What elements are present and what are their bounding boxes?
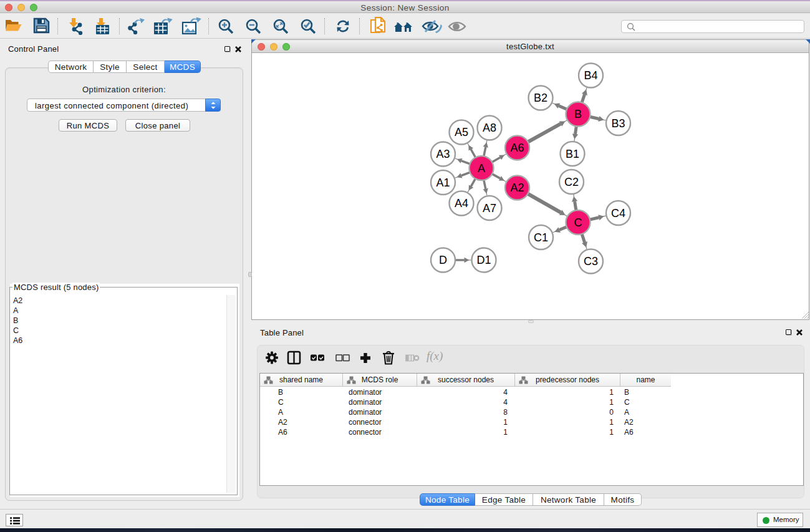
svg-text:A1: A1 — [436, 177, 450, 189]
svg-text:B3: B3 — [611, 117, 625, 130]
svg-text:C4: C4 — [611, 207, 625, 220]
svg-text:C: C — [574, 216, 582, 229]
svg-text:C3: C3 — [584, 255, 598, 268]
svg-text:C1: C1 — [534, 231, 548, 244]
svg-text:B: B — [574, 108, 582, 120]
svg-text:A3: A3 — [436, 148, 450, 160]
svg-text:B1: B1 — [566, 148, 579, 160]
svg-text:A4: A4 — [455, 197, 468, 210]
svg-text:B2: B2 — [534, 92, 547, 104]
svg-text:D1: D1 — [476, 254, 491, 266]
svg-text:A8: A8 — [483, 122, 496, 134]
svg-text:D: D — [439, 254, 447, 266]
svg-text:A5: A5 — [455, 126, 468, 138]
svg-text:C2: C2 — [564, 176, 579, 188]
svg-text:A: A — [478, 162, 485, 175]
svg-text:A2: A2 — [510, 181, 524, 194]
svg-text:B4: B4 — [584, 69, 597, 82]
svg-text:A7: A7 — [483, 202, 496, 215]
svg-text:A6: A6 — [510, 142, 524, 154]
